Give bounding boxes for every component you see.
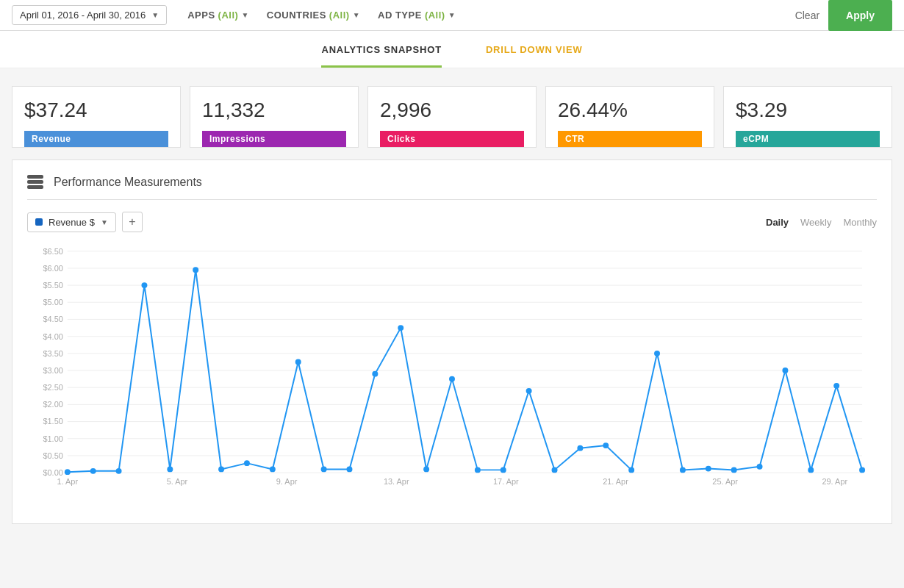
svg-point-49 — [398, 325, 403, 331]
performance-section: Performance Measurements Revenue $ ▼ + D… — [12, 159, 892, 524]
svg-point-55 — [552, 467, 558, 473]
svg-point-48 — [372, 371, 378, 377]
countries-filter[interactable]: COUNTRIES (All) ▼ — [258, 10, 369, 21]
adtype-value: (All) — [425, 10, 445, 21]
svg-text:$6.00: $6.00 — [43, 264, 62, 273]
date-picker-button[interactable]: April 01, 2016 - April 30, 2016 ▼ — [12, 5, 167, 25]
time-controls: Daily Weekly Monthly — [766, 217, 877, 228]
svg-point-60 — [680, 467, 686, 473]
time-daily-button[interactable]: Daily — [766, 217, 789, 228]
clear-button[interactable]: Clear — [786, 10, 828, 21]
svg-text:29. Apr: 29. Apr — [822, 477, 847, 486]
tab-analytics-snapshot[interactable]: ANALYTICS SNAPSHOT — [321, 31, 441, 68]
svg-text:21. Apr: 21. Apr — [603, 477, 628, 486]
filter-bar: April 01, 2016 - April 30, 2016 ▼ APPS (… — [0, 0, 904, 31]
adtype-filter[interactable]: AD TYPE (All) ▼ — [369, 10, 464, 21]
svg-point-38 — [116, 468, 122, 474]
svg-point-37 — [90, 468, 96, 474]
adtype-chevron-icon: ▼ — [448, 11, 456, 19]
svg-text:$4.00: $4.00 — [43, 332, 62, 341]
ctr-label: CTR — [558, 131, 702, 147]
ecpm-label: eCPM — [736, 131, 880, 147]
svg-text:25. Apr: 25. Apr — [712, 477, 738, 486]
apps-filter[interactable]: APPS (All) ▼ — [179, 10, 258, 21]
svg-point-61 — [706, 466, 711, 472]
svg-point-54 — [526, 388, 532, 394]
svg-point-66 — [833, 383, 839, 389]
database-icon — [27, 175, 43, 189]
tab-drill-down-view[interactable]: DRILL DOWN VIEW — [486, 31, 583, 68]
svg-text:$1.50: $1.50 — [43, 417, 62, 426]
time-weekly-button[interactable]: Weekly — [800, 217, 831, 228]
svg-point-44 — [270, 467, 276, 473]
time-monthly-button[interactable]: Monthly — [843, 217, 877, 228]
adtype-label: AD TYPE — [378, 10, 422, 21]
svg-point-46 — [321, 467, 327, 473]
svg-text:$1.00: $1.00 — [43, 434, 62, 443]
metrics-row: $37.24 Revenue 11,332 Impressions 2,996 … — [0, 68, 904, 159]
chart-svg: $6.50$6.00$5.50$5.00$4.50$4.00$3.50$3.00… — [27, 244, 877, 501]
svg-text:$3.00: $3.00 — [43, 366, 62, 375]
svg-text:$5.50: $5.50 — [43, 281, 62, 290]
clicks-label: Clicks — [380, 131, 524, 147]
svg-text:$2.50: $2.50 — [43, 383, 62, 392]
svg-point-40 — [167, 467, 173, 473]
svg-point-43 — [244, 460, 250, 466]
revenue-label: Revenue — [24, 131, 168, 147]
svg-point-45 — [295, 359, 301, 365]
metric-selector-label: Revenue $ — [49, 217, 95, 228]
ctr-value: 26.44% — [558, 98, 702, 122]
svg-point-62 — [731, 467, 737, 473]
svg-point-53 — [501, 467, 506, 473]
svg-point-50 — [423, 467, 429, 473]
svg-text:$4.50: $4.50 — [43, 315, 62, 323]
svg-point-65 — [808, 467, 814, 473]
metric-dot-icon — [35, 218, 43, 226]
apps-label: APPS — [187, 10, 215, 21]
svg-point-57 — [603, 442, 609, 448]
svg-text:5. Apr: 5. Apr — [167, 477, 188, 486]
apps-value: (All) — [218, 10, 239, 21]
svg-text:$0.50: $0.50 — [43, 451, 62, 460]
date-picker-arrow-icon: ▼ — [151, 11, 159, 19]
apply-button[interactable]: Apply — [828, 0, 892, 31]
controls-row: Revenue $ ▼ + Daily Weekly Monthly — [27, 212, 877, 232]
metric-card-clicks: 2,996 Clicks — [367, 86, 537, 148]
add-metric-button[interactable]: + — [122, 212, 143, 232]
svg-point-41 — [193, 267, 198, 273]
svg-text:9. Apr: 9. Apr — [276, 477, 298, 486]
revenue-value: $37.24 — [24, 98, 168, 122]
countries-label: COUNTRIES — [267, 10, 326, 21]
performance-title: Performance Measurements — [54, 176, 202, 189]
svg-point-36 — [65, 469, 71, 475]
ecpm-value: $3.29 — [736, 98, 880, 122]
metric-card-ecpm: $3.29 eCPM — [723, 86, 892, 148]
metric-card-impressions: 11,332 Impressions — [190, 86, 359, 148]
svg-text:1. Apr: 1. Apr — [57, 477, 79, 486]
countries-chevron-icon: ▼ — [353, 11, 360, 19]
chart-area: $6.50$6.00$5.50$5.00$4.50$4.00$3.50$3.00… — [27, 244, 877, 523]
clicks-value: 2,996 — [380, 98, 524, 122]
svg-point-64 — [782, 368, 788, 373]
svg-text:$3.50: $3.50 — [43, 349, 62, 358]
performance-header: Performance Measurements — [27, 175, 877, 200]
impressions-label: Impressions — [202, 131, 346, 147]
date-range-label: April 01, 2016 - April 30, 2016 — [20, 10, 146, 21]
tabs-container: ANALYTICS SNAPSHOT DRILL DOWN VIEW — [0, 31, 904, 68]
svg-point-63 — [757, 464, 763, 470]
svg-point-52 — [475, 467, 481, 473]
svg-text:$5.00: $5.00 — [43, 298, 62, 306]
metric-selector-dropdown[interactable]: Revenue $ ▼ — [27, 212, 116, 232]
countries-value: (All) — [329, 10, 350, 21]
svg-point-42 — [218, 467, 224, 473]
svg-point-47 — [346, 467, 352, 473]
svg-point-56 — [577, 445, 583, 451]
impressions-value: 11,332 — [202, 98, 346, 122]
svg-text:13. Apr: 13. Apr — [384, 477, 409, 486]
metric-card-ctr: 26.44% CTR — [545, 86, 714, 148]
svg-point-58 — [628, 467, 634, 473]
metric-card-revenue: $37.24 Revenue — [12, 86, 181, 148]
apps-chevron-icon: ▼ — [241, 11, 248, 19]
metric-selector-chevron-icon: ▼ — [101, 218, 108, 226]
svg-text:$0.00: $0.00 — [43, 468, 62, 477]
